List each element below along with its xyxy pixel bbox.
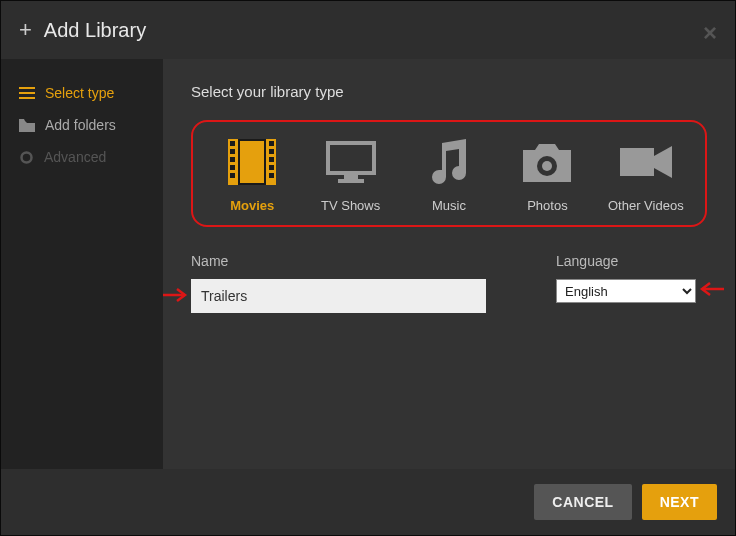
music-icon: [428, 140, 470, 184]
type-label: Music: [432, 198, 466, 213]
name-field-group: Name: [191, 253, 486, 313]
svg-rect-9: [230, 149, 235, 154]
dialog-title: Add Library: [44, 19, 146, 42]
form-row: Name Language English: [191, 253, 707, 313]
svg-rect-24: [620, 148, 654, 176]
content-panel: Select your library type: [163, 59, 735, 469]
svg-rect-20: [344, 175, 358, 179]
close-icon[interactable]: ×: [703, 19, 717, 47]
camera-icon: [523, 140, 571, 184]
name-label: Name: [191, 253, 486, 269]
language-label: Language: [556, 253, 696, 269]
svg-rect-8: [230, 141, 235, 146]
svg-rect-12: [230, 173, 235, 178]
svg-rect-16: [269, 165, 274, 170]
svg-rect-11: [230, 165, 235, 170]
svg-rect-21: [338, 179, 364, 183]
sidebar-item-select-type[interactable]: Select type: [1, 77, 163, 109]
type-label: Photos: [527, 198, 567, 213]
svg-rect-15: [269, 157, 274, 162]
add-library-dialog: + Add Library × Select type Add folders: [0, 0, 736, 536]
svg-rect-13: [269, 141, 274, 146]
sidebar-item-add-folders[interactable]: Add folders: [1, 109, 163, 141]
svg-rect-10: [230, 157, 235, 162]
gear-icon: [19, 150, 34, 165]
sidebar-item-label: Advanced: [44, 149, 106, 165]
video-icon: [620, 140, 672, 184]
annotation-arrow-icon: [698, 281, 726, 297]
film-icon: [228, 140, 276, 184]
folder-icon: [19, 119, 35, 132]
dialog-footer: CANCEL NEXT: [1, 469, 735, 535]
type-other-videos[interactable]: Other Videos: [597, 140, 695, 213]
type-movies[interactable]: Movies: [203, 140, 301, 213]
dialog-body: Select type Add folders Advanced Select …: [1, 59, 735, 469]
dialog-header: + Add Library ×: [1, 1, 735, 59]
sidebar: Select type Add folders Advanced: [1, 59, 163, 469]
name-input[interactable]: [191, 279, 486, 313]
annotation-arrow-icon: [161, 287, 189, 303]
content-heading: Select your library type: [191, 83, 707, 100]
type-tv-shows[interactable]: TV Shows: [301, 140, 399, 213]
svg-rect-19: [330, 145, 372, 171]
language-select[interactable]: English: [556, 279, 696, 303]
cancel-button[interactable]: CANCEL: [534, 484, 631, 520]
list-icon: [19, 87, 35, 100]
svg-rect-7: [240, 141, 264, 183]
plus-icon: +: [19, 17, 32, 43]
library-type-selector: Movies TV Shows: [191, 120, 707, 227]
svg-point-23: [542, 161, 552, 171]
type-label: Movies: [230, 198, 274, 213]
type-label: Other Videos: [608, 198, 684, 213]
type-music[interactable]: Music: [400, 140, 498, 213]
sidebar-item-advanced[interactable]: Advanced: [1, 141, 163, 173]
type-photos[interactable]: Photos: [498, 140, 596, 213]
next-button[interactable]: NEXT: [642, 484, 717, 520]
svg-rect-14: [269, 149, 274, 154]
type-label: TV Shows: [321, 198, 380, 213]
svg-point-4: [25, 156, 28, 159]
tv-icon: [326, 140, 376, 184]
language-field-group: Language English: [556, 253, 696, 313]
sidebar-item-label: Select type: [45, 85, 114, 101]
sidebar-item-label: Add folders: [45, 117, 116, 133]
svg-rect-17: [269, 173, 274, 178]
